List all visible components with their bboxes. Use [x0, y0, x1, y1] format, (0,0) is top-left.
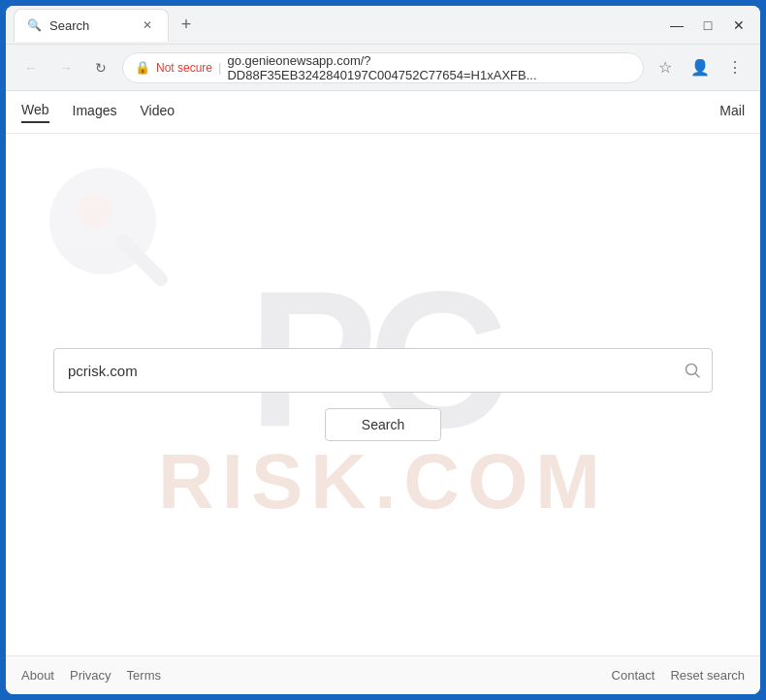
bookmark-button[interactable]: ☆ [652, 54, 679, 81]
forward-button[interactable]: → [52, 54, 80, 81]
tab-area: 🔍 Search ✕ + [14, 9, 663, 42]
nav-link-video[interactable]: Video [140, 103, 175, 122]
search-input[interactable] [53, 348, 713, 393]
svg-line-2 [122, 240, 161, 279]
new-tab-button[interactable]: + [173, 12, 200, 39]
browser-window: 🔍 Search ✕ + — □ ✕ ← → ↻ 🔒 Not secure | … [6, 6, 760, 694]
footer-left: About Privacy Terms [21, 668, 161, 683]
not-secure-label: Not secure [156, 61, 212, 75]
footer-link-contact[interactable]: Contact [612, 668, 655, 683]
footer-link-about[interactable]: About [21, 668, 54, 683]
search-input-wrapper [53, 348, 713, 393]
site-navigation: Web Images Video Mail [6, 91, 760, 134]
nav-link-web[interactable]: Web [21, 102, 49, 123]
window-controls: — □ ✕ [663, 12, 752, 39]
nav-link-mail[interactable]: Mail [719, 103, 745, 122]
search-button[interactable]: Search [325, 408, 441, 441]
nav-link-images[interactable]: Images [73, 103, 117, 122]
main-content: PC RISK.COM Search [6, 134, 760, 655]
tab-title: Search [49, 18, 89, 33]
footer-right: Contact Reset search [612, 668, 745, 683]
footer-link-terms[interactable]: Terms [127, 668, 161, 683]
footer-link-privacy[interactable]: Privacy [70, 668, 112, 683]
watermark-search-graphic [35, 153, 190, 308]
reload-button[interactable]: ↻ [87, 54, 114, 81]
search-icon-button[interactable] [684, 362, 701, 379]
watermark-risk-text: RISK.COM [158, 437, 608, 526]
tab-close-button[interactable]: ✕ [139, 16, 156, 34]
tab-favicon: 🔍 [26, 17, 42, 33]
account-button[interactable]: 👤 [686, 54, 714, 81]
address-bar: ← → ↻ 🔒 Not secure | go.genieonewsapp.co… [6, 45, 760, 91]
minimize-button[interactable]: — [663, 12, 690, 39]
svg-point-3 [686, 365, 697, 375]
svg-point-0 [49, 168, 156, 274]
search-icon [684, 362, 701, 379]
url-divider: | [218, 60, 221, 75]
browser-tab[interactable]: 🔍 Search ✕ [14, 9, 169, 42]
menu-button[interactable]: ⋮ [721, 54, 749, 81]
svg-point-1 [78, 194, 112, 229]
maximize-button[interactable]: □ [694, 12, 721, 39]
footer: About Privacy Terms Contact Reset search [6, 655, 760, 694]
back-button[interactable]: ← [17, 54, 45, 81]
svg-line-4 [696, 374, 700, 378]
title-bar: 🔍 Search ✕ + — □ ✕ [6, 6, 760, 45]
close-button[interactable]: ✕ [725, 12, 752, 39]
lock-icon: 🔒 [135, 60, 150, 75]
search-form: Search [53, 348, 713, 441]
footer-link-reset-search[interactable]: Reset search [670, 668, 745, 683]
url-text: go.genieonewsapp.com/?DD88F35EB324284019… [227, 53, 631, 82]
url-bar[interactable]: 🔒 Not secure | go.genieonewsapp.com/?DD8… [122, 52, 644, 83]
